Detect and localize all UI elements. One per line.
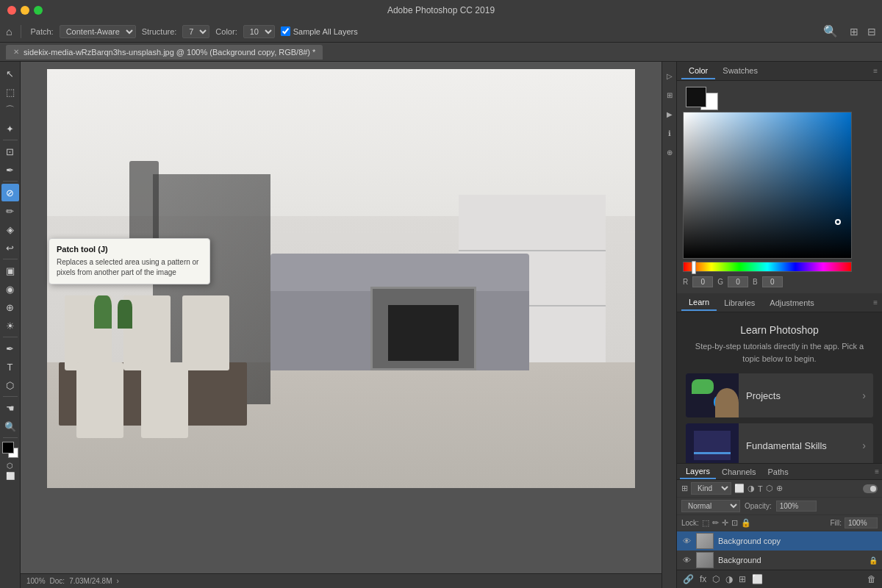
color-select[interactable]: 10 [243,25,275,38]
new-layer-btn[interactable]: ⬜ [750,573,764,586]
filter-toggle[interactable] [863,484,878,493]
toolbar-separator-6 [3,437,18,438]
move-tool-btn[interactable]: ↖ [1,65,19,82]
minimize-button[interactable] [21,6,29,15]
projects-thumbnail [686,373,739,417]
green-input[interactable] [728,276,748,287]
brush-settings-icon[interactable]: ⊕ [663,144,676,160]
3d-icon[interactable]: ⊞ [663,87,676,103]
heal-tool-btn[interactable]: ⊘ [1,184,19,201]
status-bar: 100% Doc: 7.03M/24.8M › [21,573,662,588]
lock-pixels-icon[interactable]: ✏ [712,518,719,528]
learn-panel-collapse[interactable]: ≡ [873,298,878,306]
blend-mode-select[interactable]: Normal [681,500,740,512]
structure-select[interactable]: 7 [182,25,209,38]
fundamental-skills-card[interactable]: Fundamental Skills › [686,423,873,463]
hand-tool-btn[interactable]: ☚ [1,399,19,417]
sample-all-layers-label[interactable]: Sample All Layers [281,26,358,36]
workspace-icon[interactable]: ⊟ [867,26,876,37]
tab-layers[interactable]: Layers [680,465,716,479]
adjustment-filter-icon[interactable]: ◑ [747,484,755,493]
hue-slider[interactable] [683,262,852,272]
shape-tool-btn[interactable]: ⬡ [1,376,19,394]
quick-select-tool-btn[interactable]: ✦ [1,120,19,137]
shape-filter-icon[interactable]: ⬡ [766,484,773,493]
kind-select[interactable]: Kind [691,482,731,495]
blue-input[interactable] [762,276,783,287]
hue-handle[interactable] [692,261,696,274]
text-filter-icon[interactable]: T [758,484,763,493]
blur-tool-btn[interactable]: ⊕ [1,298,19,316]
canvas-and-right: Patch tool (J) Replaces a selected area … [21,62,882,588]
marquee-tool-btn[interactable]: ⬚ [1,83,19,101]
layer-row-background-copy[interactable]: 👁 Background copy [677,531,882,551]
fg-bg-colors[interactable] [2,442,18,458]
lock-artboard-icon[interactable]: ⊡ [731,518,738,528]
home-icon[interactable]: ⌂ [6,26,12,37]
new-fill-btn[interactable]: ◑ [724,573,734,586]
color-panel-collapse[interactable]: ≡ [873,67,878,75]
tab-close-icon[interactable]: ✕ [13,48,19,56]
red-label: R [683,278,688,286]
status-doc-size: 7.03M/24.8M [69,577,112,585]
layer-row-background[interactable]: 👁 Background 🔒 [677,551,882,570]
tab-learn[interactable]: Learn [681,295,717,311]
tab-libraries[interactable]: Libraries [717,295,762,310]
layers-collapse[interactable]: ≡ [875,467,879,476]
fill-input[interactable] [845,517,878,528]
red-input[interactable] [692,276,713,287]
foreground-color-box[interactable] [686,87,706,107]
tab-title: sidekix-media-wRzBarqn3hs-unsplash.jpg @… [24,48,315,57]
actions-icon[interactable]: ▶ [663,106,676,122]
lock-all-icon[interactable]: 🔒 [741,518,751,528]
eraser-tool-btn[interactable]: ▣ [1,262,19,279]
text-tool-btn[interactable]: T [1,358,19,376]
fullscreen-button[interactable] [34,6,43,15]
tab-channels[interactable]: Channels [716,465,761,478]
document-tab[interactable]: ✕ sidekix-media-wRzBarqn3hs-unsplash.jpg… [6,45,323,60]
tab-adjustments[interactable]: Adjustments [762,295,822,310]
clone-tool-btn[interactable]: ◈ [1,220,19,238]
view-icon[interactable]: ⊞ [850,26,858,37]
patch-select[interactable]: Content-Aware [60,25,136,38]
opacity-input[interactable] [776,501,817,512]
dodge-tool-btn[interactable]: ☀ [1,317,19,334]
pixel-filter-icon[interactable]: ⬜ [734,484,745,493]
tab-color[interactable]: Color [681,63,715,79]
add-style-btn[interactable]: fx [698,573,708,586]
link-layers-btn[interactable]: 🔗 [681,573,695,586]
layer-visibility-icon-2[interactable]: 👁 [681,555,692,565]
filter-toggle-dot [870,486,876,492]
history-icon[interactable]: ▷ [663,68,676,84]
lock-transparent-icon[interactable]: ⬚ [702,518,709,528]
color-gradient-picker[interactable] [683,112,852,259]
brush-tool-btn[interactable]: ✏ [1,202,19,220]
history-brush-btn[interactable]: ↩ [1,239,19,257]
quick-mask-btn[interactable]: ⬡ [7,462,13,470]
sofa-back [270,254,529,291]
zoom-tool-btn[interactable]: 🔍 [1,417,19,435]
color-cursor[interactable] [835,219,841,225]
tab-swatches[interactable]: Swatches [715,63,765,79]
smart-filter-icon[interactable]: ⊕ [776,484,783,493]
close-button[interactable] [7,6,16,15]
foreground-color[interactable] [2,442,14,453]
eyedropper-tool-btn[interactable]: ✒ [1,161,19,179]
add-mask-btn[interactable]: ⬡ [711,573,721,586]
new-group-btn[interactable]: ⊞ [737,573,747,586]
sample-all-checkbox[interactable] [281,26,290,36]
info-icon[interactable]: ℹ [663,125,676,141]
crop-tool-btn[interactable]: ⊡ [1,143,19,160]
projects-card[interactable]: Projects › [686,373,873,417]
search-icon[interactable]: 🔍 [823,24,838,38]
gradient-tool-btn[interactable]: ◉ [1,280,19,298]
layer-visibility-icon[interactable]: 👁 [681,536,692,546]
tab-paths[interactable]: Paths [762,465,795,478]
status-arrow[interactable]: › [117,577,119,585]
screen-mode-btn[interactable]: ⬜ [6,472,15,480]
lock-position-icon[interactable]: ✛ [722,518,728,528]
projects-label: Projects [739,390,855,401]
delete-layer-btn[interactable]: 🗑 [866,573,878,586]
lasso-tool-btn[interactable]: ⌒ [1,101,19,119]
pen-tool-btn[interactable]: ✒ [1,340,19,357]
